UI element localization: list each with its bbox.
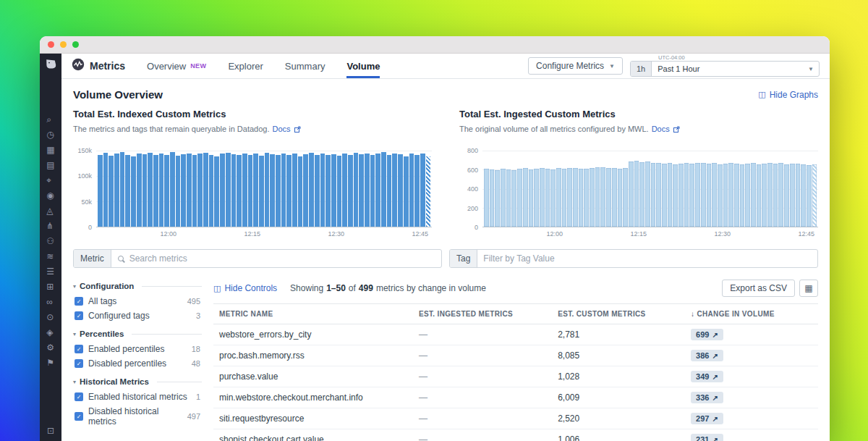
bar[interactable] xyxy=(98,155,103,227)
bar[interactable] xyxy=(348,155,353,227)
bar[interactable] xyxy=(740,164,745,227)
bar[interactable] xyxy=(381,152,386,227)
minimize-window-button[interactable] xyxy=(60,41,67,48)
metric-name-cell[interactable]: shopist.checkout.cart.value xyxy=(213,429,413,441)
bar[interactable] xyxy=(404,156,409,227)
bar[interactable] xyxy=(796,164,801,227)
bar[interactable] xyxy=(320,154,326,227)
col-header-change[interactable]: ↓CHANGE IN VOLUME xyxy=(685,304,818,324)
rum-icon[interactable]: ⚇ xyxy=(46,237,54,245)
bar[interactable] xyxy=(203,153,208,227)
bar[interactable] xyxy=(784,164,789,227)
bar[interactable] xyxy=(253,154,258,227)
table-row[interactable]: purchase.value—1,028349↗ xyxy=(213,366,818,387)
bar[interactable] xyxy=(103,153,109,227)
hide-controls-link[interactable]: ◫ Hide Controls xyxy=(213,283,277,293)
bar[interactable] xyxy=(506,169,511,227)
bar[interactable] xyxy=(114,154,119,227)
zoom-window-button[interactable] xyxy=(72,41,79,48)
bar[interactable] xyxy=(365,154,370,227)
metric-search-input[interactable] xyxy=(124,253,441,264)
bar[interactable] xyxy=(292,154,297,227)
bar[interactable] xyxy=(484,169,489,227)
facet-item[interactable]: ✓Disabled historical metrics497 xyxy=(73,404,202,429)
bar[interactable] xyxy=(612,168,617,227)
bar[interactable] xyxy=(214,156,219,227)
col-header-custom[interactable]: EST. CUSTOM METRICS xyxy=(552,304,685,324)
metric-name-cell[interactable]: webstore_errors.by_city xyxy=(213,324,413,345)
bar[interactable] xyxy=(618,169,623,227)
bar[interactable] xyxy=(286,155,292,227)
bar[interactable] xyxy=(807,165,812,227)
history-icon[interactable]: ◷ xyxy=(46,130,54,139)
facet-item[interactable]: ✓Enabled historical metrics1 xyxy=(73,390,202,404)
docs-link[interactable]: Docs xyxy=(272,125,300,133)
bar[interactable] xyxy=(248,155,253,227)
bar[interactable] xyxy=(192,155,197,227)
bar[interactable] xyxy=(125,155,130,227)
bar[interactable] xyxy=(712,163,717,227)
notebooks-icon[interactable]: ⚑ xyxy=(46,358,54,367)
bar[interactable] xyxy=(707,164,712,227)
change-badge[interactable]: 231↗ xyxy=(691,434,723,441)
bar[interactable] xyxy=(298,156,303,227)
bar[interactable] xyxy=(237,155,242,227)
tag-filter-input[interactable] xyxy=(477,253,817,264)
bar[interactable] xyxy=(276,155,281,227)
bar[interactable] xyxy=(309,153,314,227)
bar[interactable] xyxy=(523,168,528,227)
bar[interactable] xyxy=(148,153,153,227)
bar[interactable] xyxy=(562,169,567,227)
bar[interactable] xyxy=(337,156,342,227)
bar[interactable] xyxy=(220,154,225,227)
ci-icon[interactable]: ⊞ xyxy=(46,282,54,291)
configure-metrics-button[interactable]: Configure Metrics ▼ xyxy=(528,57,623,75)
bar[interactable] xyxy=(668,163,673,227)
bar[interactable] xyxy=(153,155,158,227)
bar[interactable] xyxy=(745,164,750,227)
change-badge[interactable]: 297↗ xyxy=(691,413,723,424)
bar[interactable] xyxy=(651,163,656,227)
metric-name-cell[interactable]: siti.requestbyresource xyxy=(213,408,413,429)
security-icon[interactable]: ◈ xyxy=(46,328,54,337)
checkbox-checked-icon[interactable]: ✓ xyxy=(75,297,83,306)
bar[interactable] xyxy=(550,169,556,227)
bar[interactable] xyxy=(595,167,600,227)
checkbox-checked-icon[interactable]: ✓ xyxy=(75,311,83,320)
facet-item[interactable]: ✓Enabled percentiles18 xyxy=(73,342,202,356)
bar[interactable] xyxy=(723,164,728,227)
bar[interactable] xyxy=(370,155,375,227)
change-badge[interactable]: 336↗ xyxy=(691,392,723,403)
bar[interactable] xyxy=(734,164,739,227)
bar[interactable] xyxy=(812,164,817,227)
bar[interactable] xyxy=(131,156,136,227)
bar[interactable] xyxy=(265,153,270,227)
bar[interactable] xyxy=(342,154,347,227)
bar[interactable] xyxy=(387,155,392,227)
tab-explorer[interactable]: Explorer xyxy=(228,54,263,78)
integrations-icon[interactable]: ∞ xyxy=(46,298,54,306)
bar[interactable] xyxy=(634,161,639,227)
bar[interactable] xyxy=(529,169,534,227)
bar[interactable] xyxy=(678,164,684,227)
bar[interactable] xyxy=(209,155,214,227)
tab-overview[interactable]: OverviewNEW xyxy=(147,54,206,78)
bar[interactable] xyxy=(495,170,500,227)
bar[interactable] xyxy=(414,155,420,227)
hide-graphs-link[interactable]: ◫ Hide Graphs xyxy=(758,90,818,100)
facet-section-historical-metrics[interactable]: ▾Historical Metrics xyxy=(73,377,202,386)
bar[interactable] xyxy=(181,154,186,227)
bar[interactable] xyxy=(778,163,783,227)
synthetics-icon[interactable]: ⊙ xyxy=(46,313,54,322)
bar[interactable] xyxy=(231,154,237,227)
change-badge[interactable]: 349↗ xyxy=(691,371,723,382)
table-row[interactable]: webstore_errors.by_city—2,781699↗ xyxy=(213,324,818,345)
metric-search-box[interactable]: Metric xyxy=(73,249,442,268)
bar[interactable] xyxy=(684,163,689,227)
checkbox-checked-icon[interactable]: ✓ xyxy=(75,359,83,368)
bar[interactable] xyxy=(517,169,522,227)
bar[interactable] xyxy=(501,169,506,227)
logs-icon[interactable]: ☰ xyxy=(46,267,54,276)
bar[interactable] xyxy=(197,154,203,227)
apm-icon[interactable]: ◬ xyxy=(46,206,54,215)
